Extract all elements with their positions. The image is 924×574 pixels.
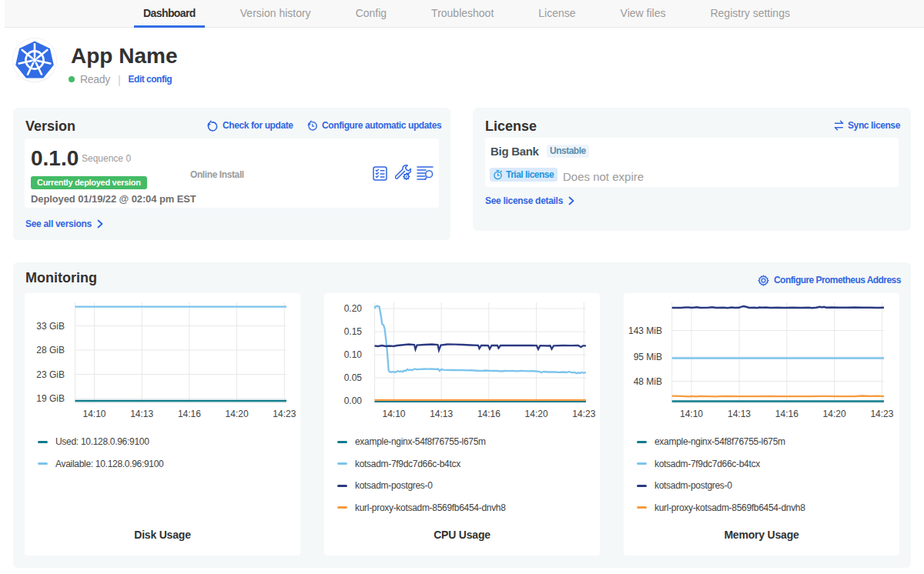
svg-text:143 MiB: 143 MiB — [628, 325, 662, 336]
svg-text:14:20: 14:20 — [226, 409, 249, 419]
svg-text:48 MiB: 48 MiB — [634, 376, 662, 387]
svg-text:28 GiB: 28 GiB — [36, 345, 65, 355]
svg-text:14:16: 14:16 — [178, 409, 201, 419]
svg-text:33 GiB: 33 GiB — [36, 321, 65, 332]
svg-text:19 GiB: 19 GiB — [36, 393, 65, 404]
svg-text:14:23: 14:23 — [572, 409, 595, 419]
svg-text:0.10: 0.10 — [344, 349, 363, 360]
svg-text:14:16: 14:16 — [775, 409, 798, 419]
svg-text:14:10: 14:10 — [680, 409, 703, 419]
svg-text:0.05: 0.05 — [344, 372, 363, 383]
svg-text:14:16: 14:16 — [477, 409, 500, 419]
svg-text:0.00: 0.00 — [344, 395, 363, 406]
svg-text:14:10: 14:10 — [82, 409, 105, 419]
svg-text:14:23: 14:23 — [273, 409, 296, 419]
svg-text:23 GiB: 23 GiB — [36, 369, 65, 380]
svg-text:14:13: 14:13 — [430, 409, 453, 419]
svg-text:14:20: 14:20 — [823, 409, 846, 419]
svg-text:0.15: 0.15 — [344, 326, 363, 337]
svg-text:95 MiB: 95 MiB — [634, 352, 662, 362]
svg-text:14:23: 14:23 — [870, 409, 893, 419]
svg-text:14:20: 14:20 — [525, 409, 548, 419]
svg-text:14:10: 14:10 — [382, 409, 405, 419]
svg-text:0.20: 0.20 — [344, 303, 363, 314]
svg-text:14:13: 14:13 — [728, 409, 751, 419]
svg-text:14:13: 14:13 — [130, 409, 153, 419]
